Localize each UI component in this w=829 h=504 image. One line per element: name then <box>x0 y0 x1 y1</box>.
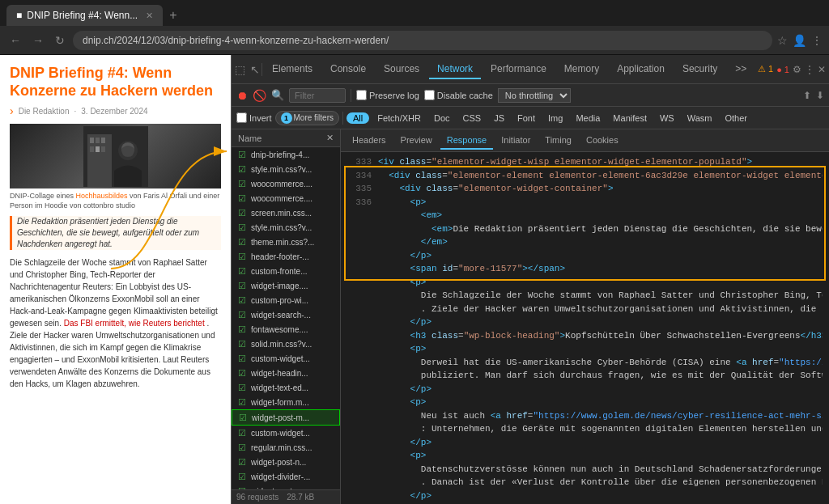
tab-cookies[interactable]: Cookies <box>580 132 625 150</box>
filter-js[interactable]: JS <box>489 112 509 125</box>
file-item[interactable]: ☑widget-search-... <box>232 307 340 322</box>
filter-wasm[interactable]: Wasm <box>682 112 717 125</box>
file-item[interactable]: ☑widget-headin... <box>232 366 340 380</box>
active-tab[interactable]: ■ DNIP Briefing #4: Wenn... ✕ <box>6 5 163 26</box>
file-item[interactable]: ☑screen.min.css... <box>232 205 340 220</box>
profile-icon[interactable]: 👤 <box>793 34 806 47</box>
file-item[interactable]: ☑solid.min.css?v... <box>232 337 340 351</box>
code-line: publiziert. Man darf sich durchaus frage… <box>341 369 829 383</box>
file-item[interactable]: ☑theme.min.css?... <box>232 235 340 249</box>
close-filter-icon[interactable]: ✕ <box>326 133 334 143</box>
filter-media[interactable]: Media <box>571 112 605 125</box>
file-item[interactable]: ☑widget-text-ed... <box>232 380 340 395</box>
file-item[interactable]: ☑style.min.css?v... <box>232 162 340 176</box>
tab-more[interactable]: >> <box>727 60 755 79</box>
star-icon[interactable]: ☆ <box>777 34 788 47</box>
filter-input[interactable] <box>289 88 346 103</box>
disable-cache-input[interactable] <box>424 90 435 100</box>
reload-button[interactable]: ↻ <box>52 32 68 49</box>
filter-img[interactable]: Img <box>543 112 568 125</box>
tab-application[interactable]: Application <box>609 60 673 79</box>
filter-font[interactable]: Font <box>512 112 540 125</box>
filter-css[interactable]: CSS <box>458 112 487 125</box>
filter-fetch-xhr[interactable]: Fetch/XHR <box>372 112 426 125</box>
file-icon-css: ☑ <box>236 324 248 335</box>
file-item[interactable]: ☑dnip-briefing-4... <box>232 147 340 162</box>
file-item[interactable]: ☑widget-image.... <box>232 278 340 293</box>
vertical-dots-icon[interactable]: ⋮ <box>805 64 814 75</box>
preserve-log-input[interactable] <box>356 90 367 100</box>
file-item[interactable]: ☑fontawesome.... <box>232 322 340 337</box>
export-icon[interactable]: ⬇ <box>816 90 824 101</box>
filter-ws[interactable]: WS <box>655 112 679 125</box>
code-view[interactable]: 333 <iv class="elementor-widget-wisp ele… <box>341 152 829 504</box>
file-list-header: Name ✕ <box>232 129 340 147</box>
tab-close-button[interactable]: ✕ <box>146 11 153 21</box>
menu-icon[interactable]: ⋮ <box>811 34 823 47</box>
file-icon-css: ☑ <box>236 427 248 438</box>
forward-button[interactable]: → <box>29 32 47 49</box>
filter-other[interactable]: Other <box>720 112 752 125</box>
preserve-log-checkbox[interactable]: Preserve log <box>356 90 419 100</box>
file-item[interactable]: ☑widget-form.m... <box>232 395 340 409</box>
line-content: <span id="more-11577"></span> <box>378 262 565 276</box>
file-item-highlighted[interactable]: ☑widget-post-m... <box>232 409 340 426</box>
filter-manifest[interactable]: Manifest <box>608 112 652 125</box>
tab-elements[interactable]: Elements <box>264 60 321 79</box>
main-content: DNIP Briefing #4: Wenn Konzerne zu Hacke… <box>0 55 829 504</box>
tab-timing[interactable]: Timing <box>538 132 578 150</box>
tab-network[interactable]: Network <box>429 60 481 79</box>
code-line: <h3 class="wp-block-heading">Kopfschütte… <box>341 329 829 343</box>
disable-cache-checkbox[interactable]: Disable cache <box>424 90 493 100</box>
devtools-tab-bar: ⬚ ↖ Elements Console Sources Network Per… <box>232 55 829 84</box>
file-item[interactable]: ☑regular.min.css... <box>232 440 340 455</box>
filter-doc[interactable]: Doc <box>429 112 455 125</box>
clear-icon[interactable]: 🚫 <box>253 89 266 102</box>
file-icon-css: ☑ <box>236 471 248 482</box>
file-item[interactable]: ☑custom-fronte... <box>232 264 340 278</box>
tab-initiator[interactable]: Initiator <box>495 132 537 150</box>
code-line: . Danach ist der «Verlust der Kontrolle … <box>341 476 829 489</box>
invert-checkbox[interactable]: Invert <box>236 112 272 123</box>
tab-security[interactable]: Security <box>674 60 725 79</box>
svg-rect-2 <box>90 138 94 143</box>
file-item[interactable]: ☑style.min.css?v... <box>232 220 340 235</box>
caption-link-1[interactable]: Hochhausbildes <box>76 192 128 200</box>
throttle-select[interactable]: No throttling <box>498 88 571 103</box>
file-item[interactable]: ☑custom-widget... <box>232 351 340 366</box>
new-tab-button[interactable]: + <box>166 8 180 23</box>
devtools-icon-inspect[interactable]: ⬚ <box>235 63 245 76</box>
file-item[interactable]: ☑custom-widget... <box>232 426 340 440</box>
tab-headers[interactable]: Headers <box>346 132 393 150</box>
tab-performance[interactable]: Performance <box>483 60 555 79</box>
record-icon[interactable]: ⏺ <box>236 89 248 102</box>
file-item[interactable]: ☑woocommerce.... <box>232 176 340 191</box>
filter-all[interactable]: All <box>346 112 369 124</box>
file-item[interactable]: ☑widget-posts.... <box>232 484 340 489</box>
more-filters-button[interactable]: 1 More filters <box>275 111 339 125</box>
close-devtools-icon[interactable]: ✕ <box>818 64 826 75</box>
line-number <box>347 303 372 316</box>
file-item[interactable]: ☑custom-pro-wi... <box>232 293 340 307</box>
file-item[interactable]: ☑widget-post-n... <box>232 455 340 469</box>
file-item[interactable]: ☑woocommerce.... <box>232 191 340 205</box>
settings-icon[interactable]: ⚙ <box>793 64 801 75</box>
back-button[interactable]: ← <box>6 32 24 49</box>
import-icon[interactable]: ⬆ <box>803 90 811 101</box>
tab-sources[interactable]: Sources <box>376 60 427 79</box>
tab-console[interactable]: Console <box>322 60 374 79</box>
file-item[interactable]: ☑widget-divider-... <box>232 469 340 484</box>
tab-memory[interactable]: Memory <box>556 60 607 79</box>
red-link[interactable]: Das FBI ermittelt, wie Reuters berichtet <box>64 319 205 328</box>
tab-response[interactable]: Response <box>440 132 494 150</box>
address-bar[interactable] <box>73 31 772 50</box>
search-icon[interactable]: 🔍 <box>271 89 284 101</box>
line-content: </p> <box>378 436 432 450</box>
tab-preview[interactable]: Preview <box>394 132 439 150</box>
devtools-icon-pointer[interactable]: ↖ <box>250 63 260 76</box>
file-icon-css: ☑ <box>236 222 248 233</box>
file-item[interactable]: ☑header-footer-... <box>232 249 340 264</box>
code-line: <p> <box>341 449 829 463</box>
invert-input[interactable] <box>236 112 247 123</box>
article-title: DNIP Briefing #4: Wenn Konzerne zu Hacke… <box>10 65 221 100</box>
